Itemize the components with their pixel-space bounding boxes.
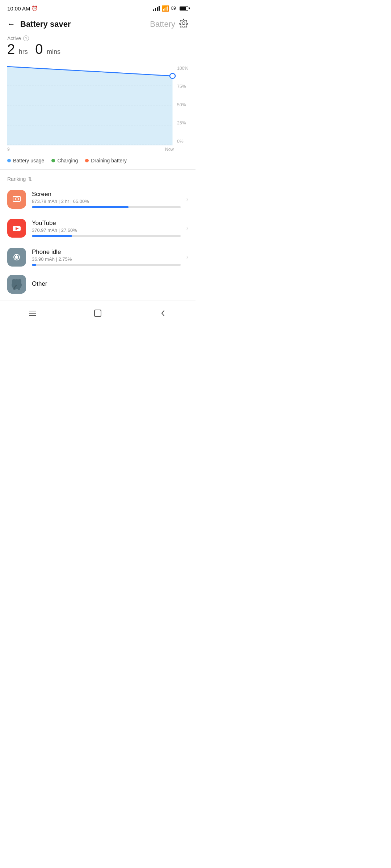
phone-idle-app-icon: [7, 248, 26, 267]
svg-rect-9: [15, 201, 18, 202]
chart-x-labels: 9 Now: [7, 147, 188, 152]
app-item-other[interactable]: Other: [0, 272, 196, 297]
youtube-progress-bar: [32, 235, 181, 237]
phone-idle-app-info: Phone idle 36.90 mAh | 2.75%: [32, 248, 181, 266]
app-item-phone-idle[interactable]: Phone idle 36.90 mAh | 2.75% ›: [0, 243, 196, 272]
app-item-youtube[interactable]: YouTube 370.97 mAh | 27.60% ›: [0, 214, 196, 243]
svg-point-1: [182, 22, 185, 25]
page-title-battery[interactable]: Battery: [150, 20, 175, 29]
active-text: Active: [7, 35, 21, 41]
hrs-unit: hrs: [19, 48, 28, 55]
youtube-app-stats: 370.97 mAh | 27.60%: [32, 227, 181, 233]
charging-label: Charging: [57, 158, 78, 163]
chart-legend: Battery usage Charging Draining battery: [0, 152, 196, 168]
svg-rect-10: [16, 198, 18, 200]
chart-y-labels: 100% 75% 50% 25% 0%: [177, 66, 188, 145]
ranking-label: Ranking: [7, 176, 26, 182]
page-title-active: Battery saver: [20, 20, 146, 29]
youtube-chevron: ›: [186, 225, 188, 231]
ranking-header[interactable]: Ranking ⇅: [0, 171, 196, 185]
screen-app-name: Screen: [32, 191, 181, 198]
phone-idle-app-stats: 36.90 mAh | 2.75%: [32, 256, 181, 262]
mins-unit: mins: [47, 48, 60, 55]
battery-icon: [180, 6, 188, 11]
svg-rect-8: [13, 196, 20, 201]
active-section: Active ? 2 hrs 0 mins: [0, 34, 196, 62]
youtube-progress-fill: [32, 235, 72, 237]
battery-percent-text: 89: [171, 6, 176, 11]
phone-idle-app-name: Phone idle: [32, 248, 181, 256]
svg-point-7: [170, 73, 175, 78]
divider: [0, 169, 196, 170]
chart-svg: [7, 66, 188, 145]
youtube-app-icon: [7, 219, 26, 238]
youtube-app-name: YouTube: [32, 220, 181, 227]
time-text: 10:00 AM: [7, 5, 30, 12]
back-button[interactable]: ←: [6, 18, 17, 30]
header: ← Battery saver Battery: [0, 15, 196, 34]
help-icon[interactable]: ?: [23, 35, 29, 41]
status-icons: 📶 89: [153, 5, 188, 12]
signal-icon: [153, 6, 160, 11]
svg-rect-26: [94, 310, 101, 316]
screen-app-icon: [7, 190, 26, 209]
nav-menu-button[interactable]: [25, 306, 40, 320]
legend-draining: Draining battery: [85, 158, 127, 163]
svg-point-22: [18, 279, 21, 284]
legend-charging: Charging: [51, 158, 78, 163]
active-time: 2 hrs 0 mins: [7, 42, 188, 57]
other-app-icon: [7, 275, 26, 294]
status-bar: 10:00 AM ⏰ 📶 89: [0, 0, 196, 15]
draining-dot: [85, 159, 89, 162]
legend-battery-usage: Battery usage: [7, 158, 44, 163]
bottom-nav: [0, 301, 196, 327]
battery-usage-dot: [7, 159, 11, 162]
phone-idle-chevron: ›: [186, 254, 188, 260]
battery-usage-label: Battery usage: [13, 158, 44, 163]
status-time: 10:00 AM ⏰: [7, 5, 38, 12]
svg-point-19: [17, 286, 20, 290]
app-item-screen[interactable]: Screen 873.78 mAh | 2 hr | 65.00% ›: [0, 185, 196, 214]
settings-icon[interactable]: [179, 18, 188, 30]
alarm-icon: ⏰: [31, 5, 38, 11]
screen-progress-fill: [32, 206, 129, 208]
mins-value: 0: [35, 42, 43, 57]
charging-dot: [51, 159, 55, 162]
nav-home-button[interactable]: [91, 306, 105, 320]
battery-chart: 100% 75% 50% 25% 0% 9 Now: [7, 66, 188, 152]
screen-app-stats: 873.78 mAh | 2 hr | 65.00%: [32, 199, 181, 204]
screen-app-info: Screen 873.78 mAh | 2 hr | 65.00%: [32, 191, 181, 208]
active-label: Active ?: [7, 35, 188, 41]
other-app-info: Other: [32, 280, 188, 288]
svg-marker-0: [179, 19, 188, 28]
draining-label: Draining battery: [91, 158, 127, 163]
screen-progress-bar: [32, 206, 181, 208]
wifi-icon: 📶: [162, 5, 169, 12]
other-app-name: Other: [32, 280, 188, 288]
svg-point-21: [12, 279, 16, 284]
phone-idle-progress-bar: [32, 264, 181, 266]
phone-idle-progress-fill: [32, 264, 36, 266]
screen-chevron: ›: [186, 196, 188, 203]
sort-icon: ⇅: [28, 176, 32, 182]
hours-value: 2: [7, 42, 15, 57]
nav-back-button[interactable]: [156, 306, 170, 320]
svg-rect-15: [15, 256, 18, 259]
youtube-app-info: YouTube 370.97 mAh | 27.60%: [32, 220, 181, 237]
